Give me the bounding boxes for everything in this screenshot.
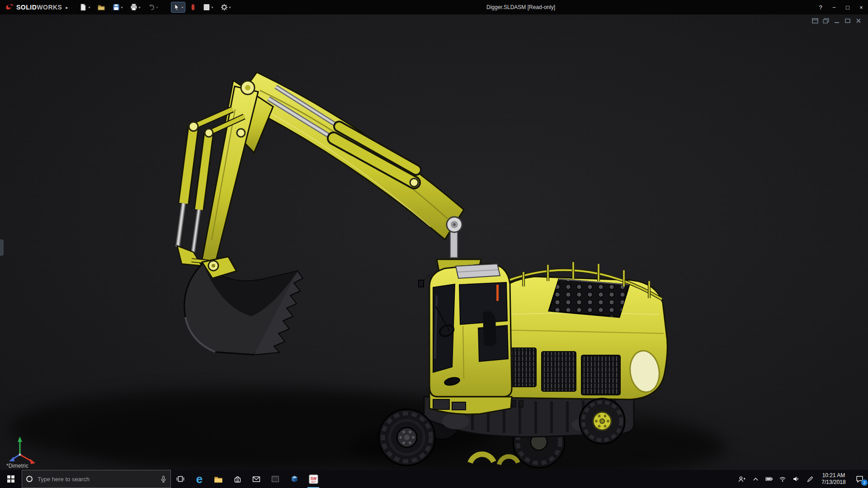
gear-icon [220, 3, 228, 11]
quick-access-toolbar: ▾ ▾ ▾ [78, 2, 232, 12]
dropdown-caret-icon[interactable]: ▾ [121, 5, 123, 9]
minimize-button[interactable]: − [827, 0, 841, 14]
brand-text-solid: SOLID [16, 4, 37, 11]
help-button[interactable]: ? [814, 0, 827, 14]
restore-window-icon[interactable] [844, 18, 851, 23]
dropdown-caret-icon[interactable]: ▾ [182, 5, 184, 9]
view-orientation-label: *Dimetric [6, 463, 28, 469]
open-document-button[interactable] [96, 2, 107, 12]
file-explorer-button[interactable] [209, 470, 228, 488]
window-controls: ? − □ × [814, 0, 868, 14]
red-indicator-icon [190, 3, 196, 11]
open-folder-icon [97, 3, 105, 11]
menu-flyout-arrow-icon[interactable]: ▸ [66, 5, 68, 10]
svg-text:SW: SW [310, 476, 316, 480]
pen-icon [807, 476, 813, 483]
printer-icon [130, 3, 138, 11]
solidworks-2017-button[interactable]: SW 2017 [304, 470, 323, 488]
graphics-area[interactable]: *Dimetric [0, 14, 868, 470]
microphone-icon[interactable] [160, 475, 167, 483]
dropdown-caret-icon[interactable]: ▾ [229, 5, 231, 9]
edge-button[interactable]: e [190, 470, 209, 488]
people-button[interactable] [735, 470, 749, 488]
save-button[interactable]: ▾ [111, 2, 124, 12]
close-button[interactable]: × [854, 0, 868, 14]
save-floppy-icon [112, 3, 120, 11]
app-window-button[interactable] [266, 470, 285, 488]
hidden-icons-button[interactable] [749, 470, 762, 488]
feature-manager-collapsed-tab[interactable] [0, 239, 4, 256]
start-button[interactable] [0, 470, 22, 488]
app-window-icon [271, 475, 279, 483]
cortana-icon [26, 475, 33, 483]
viewport-window-controls [812, 18, 862, 23]
task-view-button[interactable] [171, 470, 190, 488]
cube-icon [291, 475, 298, 483]
minimize-window-icon[interactable] [834, 18, 840, 23]
windows-logo-icon [7, 475, 14, 483]
select-cursor-icon [173, 3, 181, 11]
window-title: Digger.SLDASM [Read-only] [486, 4, 555, 10]
brand-text-works: WORKS [37, 4, 62, 11]
windows-ink-button[interactable] [803, 470, 816, 488]
file-properties-button[interactable]: ▾ [201, 2, 215, 12]
ds-logo-icon [5, 3, 14, 11]
battery-icon [765, 476, 773, 482]
solidworks-cube-button[interactable] [285, 470, 304, 488]
dropdown-caret-icon[interactable]: ▾ [139, 5, 141, 9]
properties-sheet-icon [203, 3, 211, 11]
battery-button[interactable] [762, 470, 776, 488]
maximize-button[interactable]: □ [841, 0, 854, 14]
clock-time: 10:21 AM [821, 472, 845, 479]
network-button[interactable] [776, 470, 789, 488]
taskbar-clock[interactable]: 10:21 AM 7/13/2018 [816, 470, 851, 488]
cascade-windows-icon[interactable] [823, 18, 829, 23]
solidworks-brand: SOLIDWORKS [0, 3, 62, 11]
dropdown-caret-icon[interactable]: ▾ [88, 5, 90, 9]
file-explorer-icon [214, 475, 223, 483]
windows-taskbar: e [0, 470, 868, 488]
new-document-icon [79, 3, 87, 11]
system-tray: 10:21 AM 7/13/2018 2 [735, 470, 868, 488]
action-center-button[interactable]: 2 [851, 470, 868, 488]
dropdown-caret-icon[interactable]: ▾ [212, 5, 213, 9]
select-tool-button[interactable]: ▾ [171, 2, 185, 12]
options-button[interactable]: ▾ [219, 2, 232, 12]
store-bag-icon [234, 475, 241, 483]
mail-button[interactable] [247, 470, 266, 488]
undo-button[interactable]: ▾ [146, 2, 160, 12]
dropdown-caret-icon[interactable]: ▾ [156, 5, 158, 9]
new-document-button[interactable]: ▾ [78, 2, 91, 12]
close-window-icon[interactable] [855, 18, 862, 23]
search-input[interactable] [37, 475, 156, 483]
print-button[interactable]: ▾ [128, 2, 142, 12]
svg-text:2017: 2017 [311, 481, 316, 483]
edge-icon: e [196, 473, 203, 485]
mail-envelope-icon [252, 476, 260, 483]
volume-button[interactable] [789, 470, 803, 488]
chevron-up-icon [753, 477, 759, 481]
excavator-3d-model [0, 14, 868, 470]
taskbar-search[interactable] [22, 470, 171, 488]
undo-arrow-icon [147, 3, 156, 11]
speaker-icon [793, 476, 800, 482]
rebuild-indicator-button[interactable] [189, 2, 197, 12]
clock-date: 7/13/2018 [821, 479, 845, 486]
solidworks-2017-icon: SW 2017 [309, 474, 318, 484]
new-window-icon[interactable] [812, 18, 818, 23]
notification-badge: 2 [861, 479, 868, 486]
task-view-icon [176, 475, 184, 483]
wifi-icon [779, 476, 786, 482]
people-icon [738, 476, 745, 483]
store-button[interactable] [228, 470, 247, 488]
titlebar: SOLIDWORKS ▸ ▾ ▾ [0, 0, 868, 14]
